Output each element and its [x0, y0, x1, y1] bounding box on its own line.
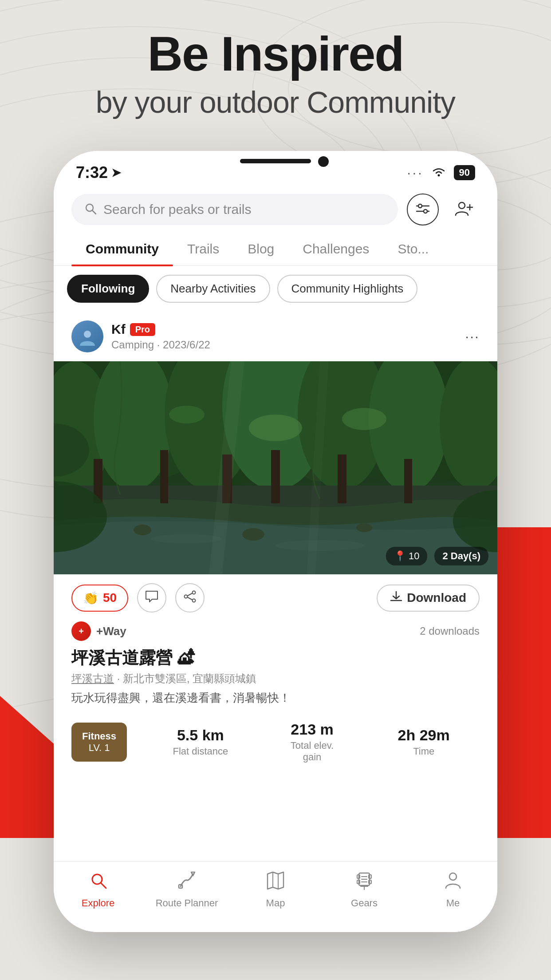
- tab-blog[interactable]: Blog: [233, 233, 288, 265]
- location-badge: 📍 10: [386, 547, 427, 565]
- svg-point-36: [249, 415, 302, 441]
- sub-tab-nearby[interactable]: Nearby Activities: [156, 275, 270, 303]
- hero-title: Be Inspired: [0, 27, 551, 80]
- tab-trails[interactable]: Trails: [173, 233, 233, 265]
- wifi-icon: [431, 165, 447, 180]
- day-badge: 2 Day(s): [434, 547, 488, 565]
- post-user-details: Kf Pro Camping · 2023/6/22: [111, 322, 210, 351]
- nav-tabs: Community Trails Blog Challenges Sto...: [54, 233, 497, 266]
- nav-label-me: Me: [446, 897, 460, 909]
- tab-community[interactable]: Community: [71, 233, 173, 265]
- map-icon: [266, 870, 285, 894]
- svg-rect-48: [271, 450, 280, 503]
- stat-distance: 5.5 km Flat distance: [145, 727, 256, 757]
- post-card: Kf Pro Camping · 2023/6/22 ···: [54, 312, 497, 775]
- action-bar: 👏 50: [54, 574, 497, 621]
- post-user-info: Kf Pro Camping · 2023/6/22: [71, 320, 210, 352]
- svg-point-10: [437, 174, 440, 177]
- avatar: [71, 320, 103, 352]
- comment-button[interactable]: [137, 583, 166, 612]
- post-location: 坪溪古道 · 新北市雙溪區, 宜蘭縣頭城鎮: [54, 672, 497, 689]
- sub-tab-highlights[interactable]: Community Highlights: [277, 275, 418, 303]
- nav-label-route: Route Planner: [156, 897, 218, 909]
- svg-line-12: [92, 210, 96, 214]
- post-image: 📍 10 2 Day(s): [54, 361, 497, 574]
- location-arrow-icon: ➤: [111, 166, 121, 180]
- svg-line-60: [101, 883, 106, 888]
- svg-point-15: [418, 204, 422, 208]
- waypoint-name: +Way: [96, 624, 126, 638]
- explore-icon: [88, 870, 108, 894]
- waypoint-user: + +Way: [71, 621, 126, 641]
- svg-point-20: [84, 331, 91, 338]
- add-user-icon: [454, 200, 473, 219]
- stat-elevation: 213 m Total elev. gain: [256, 721, 368, 763]
- share-button[interactable]: [175, 583, 205, 612]
- svg-point-16: [424, 209, 427, 213]
- add-user-button[interactable]: [448, 194, 480, 225]
- me-icon: [443, 870, 463, 894]
- filter-button[interactable]: [407, 194, 439, 225]
- nav-label-map: Map: [266, 897, 285, 909]
- battery-indicator: 90: [454, 165, 475, 180]
- location-area: 新北市雙溪區, 宜蘭縣頭城鎮: [123, 672, 256, 684]
- svg-line-58: [188, 597, 193, 600]
- sub-tab-following[interactable]: Following: [67, 275, 149, 303]
- phone-frame: 7:32 ➤ ··· 90 Se: [54, 151, 497, 932]
- phone-notch: [209, 151, 342, 173]
- status-right: ··· 90: [407, 165, 476, 180]
- search-placeholder-text: Search for peaks or trails: [103, 202, 251, 217]
- search-box[interactable]: Search for peaks or trails: [71, 194, 398, 225]
- hero-section: Be Inspired by your outdoor Community: [0, 27, 551, 119]
- gears-icon: [354, 870, 374, 894]
- route-icon: [177, 870, 197, 894]
- location-trail-link[interactable]: 坪溪古道: [71, 672, 114, 684]
- notch-bar: [240, 159, 311, 163]
- svg-point-56: [193, 599, 196, 602]
- filter-icon: [416, 202, 430, 217]
- clap-icon: 👏: [83, 591, 98, 605]
- search-area: Search for peaks or trails: [54, 186, 497, 233]
- svg-rect-49: [338, 454, 346, 503]
- sub-tabs: Following Nearby Activities Community Hi…: [54, 266, 497, 312]
- post-title: 坪溪古道露營 🏕: [54, 645, 497, 672]
- search-icon: [84, 202, 97, 217]
- avatar-image: [71, 320, 103, 352]
- nav-item-route[interactable]: Route Planner: [142, 870, 231, 909]
- bottom-nav: Explore Route Planner Map: [54, 861, 497, 932]
- waypoint-avatar: +: [71, 621, 91, 641]
- post-header: Kf Pro Camping · 2023/6/22 ···: [54, 312, 497, 361]
- svg-line-57: [188, 593, 193, 596]
- svg-rect-46: [160, 450, 168, 503]
- nav-item-explore[interactable]: Explore: [54, 870, 142, 909]
- svg-point-55: [185, 595, 188, 598]
- stat-time: 2h 29m Time: [368, 727, 480, 757]
- status-time: 7:32 ➤: [76, 163, 121, 182]
- nav-item-me[interactable]: Me: [409, 870, 497, 909]
- svg-point-38: [342, 408, 386, 430]
- signal-dots: ···: [407, 165, 424, 180]
- share-icon: [183, 590, 197, 606]
- post-meta: Camping · 2023/6/22: [111, 339, 210, 351]
- pin-icon: 📍: [394, 550, 406, 562]
- post-more-button[interactable]: ···: [465, 328, 480, 345]
- tab-store[interactable]: Sto...: [383, 233, 443, 265]
- stats-bar: Fitness LV. 1 5.5 km Flat distance 213 m…: [54, 714, 497, 770]
- nav-item-gears[interactable]: Gears: [320, 870, 409, 909]
- download-icon: [390, 591, 402, 605]
- notch-camera: [318, 156, 329, 167]
- nav-item-map[interactable]: Map: [231, 870, 320, 909]
- tab-challenges[interactable]: Challenges: [288, 233, 383, 265]
- svg-rect-50: [404, 459, 412, 503]
- svg-point-37: [169, 406, 205, 423]
- svg-marker-63: [268, 872, 283, 889]
- nav-label-gears: Gears: [351, 897, 378, 909]
- download-button[interactable]: Download: [377, 585, 480, 612]
- post-username: Kf Pro: [111, 322, 210, 337]
- clap-button[interactable]: 👏 50: [71, 585, 128, 612]
- fitness-badge: Fitness LV. 1: [71, 723, 127, 762]
- post-image-badges: 📍 10 2 Day(s): [386, 547, 488, 565]
- clap-count: 50: [103, 591, 117, 605]
- nav-label-explore: Explore: [82, 897, 115, 909]
- downloads-count: 2 downloads: [420, 625, 480, 637]
